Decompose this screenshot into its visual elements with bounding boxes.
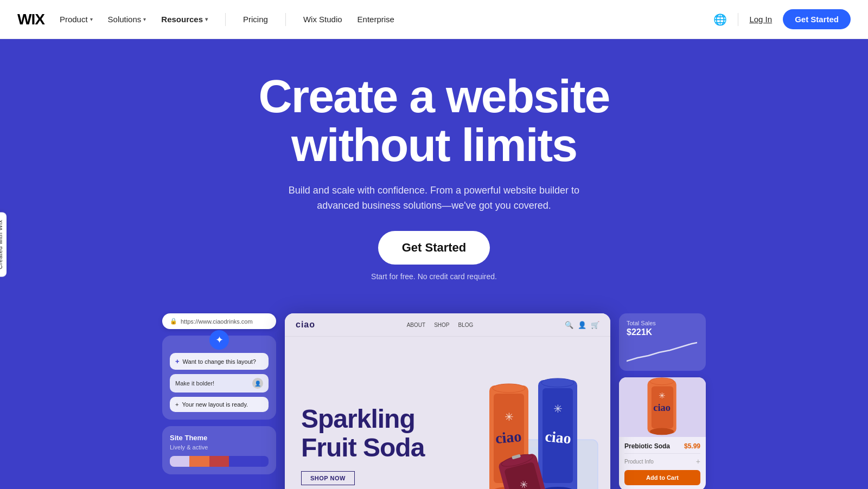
site-preview-logo: ciao — [296, 320, 315, 330]
wix-logo[interactable]: WIX — [17, 11, 44, 28]
color-palette — [170, 456, 269, 467]
hero-cta-button[interactable]: Get Started — [378, 231, 490, 265]
nav-item-solutions[interactable]: Solutions ▾ — [108, 15, 146, 24]
site-preview-icons: 🔍 👤 🛒 — [565, 321, 599, 329]
nav-get-started-button[interactable]: Get Started — [783, 9, 851, 29]
url-text: https://www.ciaodrinks.com — [181, 318, 253, 325]
site-preview: ciao ABOUT SHOP BLOG 🔍 👤 🛒 SparklingFrui… — [285, 313, 610, 489]
hero-title: Create a website without limits — [174, 72, 694, 170]
sales-card-title: Total Sales — [627, 320, 698, 326]
search-icon: 🔍 — [565, 321, 573, 329]
ai-star-icon: ✦ — [209, 330, 229, 350]
hero-cta-note: Start for free. No credit card required. — [174, 272, 694, 281]
site-theme-title: Site Theme — [170, 434, 269, 442]
sales-card: Total Sales $221K — [619, 313, 706, 371]
product-info-label: Product Info — [624, 459, 654, 465]
left-panel: 🔒 https://www.ciaodrinks.com ✦ + Want to… — [162, 313, 276, 474]
product-card: ciao ✳ Prebiotic Soda $5.99 Product Info… — [619, 377, 706, 489]
site-theme-subtitle: Lively & active — [170, 444, 269, 451]
hero-subtitle: Build and scale with confidence. From a … — [282, 183, 586, 214]
site-theme-card: Site Theme Lively & active — [162, 426, 276, 474]
lock-icon: 🔒 — [170, 318, 177, 325]
svg-text:ciao: ciao — [653, 403, 671, 414]
nav-divider-3 — [738, 13, 738, 26]
ai-chat-card: ✦ + Want to change this layout? Make it … — [162, 336, 276, 420]
hero-section: Create a website without limits Build an… — [0, 0, 868, 489]
globe-icon[interactable]: 🌐 — [713, 13, 727, 26]
svg-text:✳: ✳ — [659, 391, 666, 400]
color-swatch-2 — [189, 456, 209, 467]
product-name: Prebiotic Soda — [624, 442, 670, 450]
user-avatar: 👤 — [252, 378, 263, 389]
navbar: WIX Product ▾ Solutions ▾ Resources ▾ Pr… — [0, 0, 868, 39]
nav-item-resources[interactable]: Resources ▾ — [161, 15, 208, 24]
ai-response: + Your new layout is ready. — [170, 397, 269, 412]
svg-text:✳: ✳ — [505, 411, 514, 423]
site-shop-button[interactable]: SHOP NOW — [301, 471, 355, 485]
site-hero-image: ciao ✳ ciao — [435, 353, 610, 489]
svg-point-25 — [650, 428, 674, 435]
nav-item-wix-studio[interactable]: Wix Studio — [303, 15, 342, 24]
product-info-plus-icon[interactable]: + — [696, 457, 700, 466]
svg-point-11 — [541, 378, 574, 387]
site-preview-links: ABOUT SHOP BLOG — [407, 322, 474, 328]
color-swatch-1 — [170, 456, 189, 467]
color-swatch-3 — [209, 456, 229, 467]
svg-text:ciao: ciao — [545, 428, 572, 447]
color-swatch-4 — [229, 456, 269, 467]
svg-point-5 — [493, 384, 525, 393]
right-panel: Total Sales $221K ciao — [619, 313, 706, 489]
ai-input-field[interactable]: Make it bolder! 👤 — [170, 374, 269, 393]
ai-message-1: + Want to change this layout? — [170, 353, 269, 370]
chevron-down-icon: ▾ — [205, 16, 208, 22]
svg-text:ciao: ciao — [495, 428, 522, 447]
sales-chart — [627, 340, 698, 364]
add-to-cart-button[interactable]: Add to Cart — [624, 470, 700, 485]
site-hero-area: SparklingFruit Soda SHOP NOW ciao — [285, 337, 610, 489]
hero-text-area: Create a website without limits Build an… — [163, 39, 705, 303]
wix-side-tab: Created with Wix — [0, 212, 7, 276]
svg-text:✳: ✳ — [553, 403, 563, 415]
product-info-row: Product Info + — [624, 453, 700, 466]
nav-item-pricing[interactable]: Pricing — [243, 15, 268, 24]
nav-item-enterprise[interactable]: Enterprise — [358, 15, 394, 24]
demo-area: 🔒 https://www.ciaodrinks.com ✦ + Want to… — [108, 303, 760, 489]
nav-divider-2 — [285, 13, 286, 26]
sales-card-amount: $221K — [627, 327, 698, 337]
chevron-down-icon: ▾ — [143, 16, 146, 22]
svg-point-24 — [650, 378, 674, 385]
product-card-image: ciao ✳ — [619, 377, 706, 437]
nav-item-product[interactable]: Product ▾ — [60, 15, 93, 24]
product-price: $5.99 — [684, 442, 700, 450]
chevron-down-icon: ▾ — [90, 16, 93, 22]
product-name-row: Prebiotic Soda $5.99 — [624, 442, 700, 450]
cart-icon: 🛒 — [591, 321, 599, 329]
site-preview-navbar: ciao ABOUT SHOP BLOG 🔍 👤 🛒 — [285, 313, 610, 337]
cans-illustration: ciao ✳ ciao — [435, 353, 610, 489]
nav-divider — [225, 13, 226, 26]
login-link[interactable]: Log In — [749, 15, 772, 24]
product-card-body: Prebiotic Soda $5.99 Product Info + Add … — [619, 437, 706, 489]
user-icon: 👤 — [578, 321, 586, 329]
url-bar: 🔒 https://www.ciaodrinks.com — [162, 313, 276, 329]
site-hero-heading: SparklingFruit Soda — [301, 405, 424, 462]
site-hero-text: SparklingFruit Soda SHOP NOW — [301, 405, 424, 485]
